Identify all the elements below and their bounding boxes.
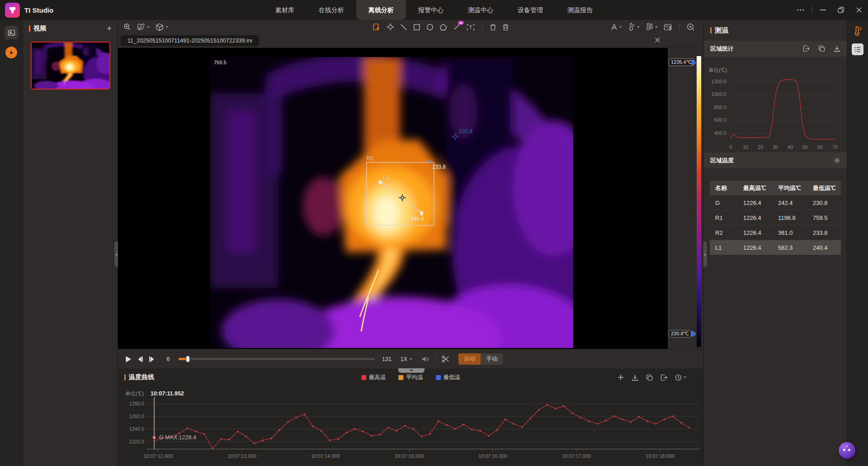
current-frame: 6 <box>165 356 171 362</box>
chevron-down-icon <box>410 358 412 360</box>
file-tab-bar: 11_20250515100711491-20250515100722339.i… <box>118 34 703 48</box>
thermal-canvas[interactable]: 759.5 230.8 R2 233.8 <box>118 48 668 349</box>
nav-tab-4[interactable]: 报警中心 <box>406 0 456 20</box>
copy-icon[interactable] <box>818 45 825 52</box>
playback-divider <box>435 356 436 362</box>
chevron-down-icon <box>655 26 658 28</box>
ai-detect-tool-icon[interactable]: AI <box>453 23 461 31</box>
analysis-toolbar: AI <box>118 20 703 34</box>
more-menu-icon[interactable] <box>792 0 810 20</box>
table-row[interactable]: R21226.4361.0233.8 <box>710 225 841 240</box>
svg-text:10:07:15.000: 10:07:15.000 <box>395 453 424 459</box>
text-annotation-tool-icon[interactable] <box>467 24 475 31</box>
media-library-icon[interactable] <box>5 26 18 39</box>
previous-frame-icon[interactable] <box>137 356 143 362</box>
polygon-tool-icon[interactable] <box>439 24 447 31</box>
colorbar-min-label[interactable]: 230.8℃ <box>669 330 691 338</box>
panel-resize-handle[interactable] <box>398 368 425 373</box>
export-icon[interactable] <box>803 45 810 52</box>
colorbar-min-flag-icon[interactable] <box>692 331 696 337</box>
cube-3d-icon[interactable] <box>156 23 168 31</box>
colorbar-gradient[interactable] <box>697 56 701 347</box>
manual-mode-button[interactable]: 手动 <box>481 353 503 365</box>
video-thumbnail[interactable] <box>31 42 110 90</box>
l1-temp-label: 240.4 <box>410 216 424 222</box>
assistant-bot-button[interactable] <box>839 442 855 459</box>
colorbar-max-flag-icon[interactable] <box>692 60 696 65</box>
add-video-button[interactable]: + <box>107 24 112 33</box>
region-list-icon[interactable] <box>852 43 863 55</box>
next-frame-icon[interactable] <box>149 356 155 362</box>
close-file-icon[interactable] <box>655 37 660 43</box>
gear-icon[interactable] <box>834 157 840 164</box>
region-stats-header: 区域统计 <box>704 41 847 57</box>
ellipse-tool-icon[interactable] <box>426 24 434 31</box>
download-icon[interactable] <box>632 374 638 381</box>
nav-tab-2[interactable]: 在线分析 <box>307 0 356 20</box>
r2-temp-label: 233.8 <box>432 164 446 170</box>
l1-handle-start[interactable] <box>379 181 382 184</box>
video-analysis-icon[interactable] <box>687 23 694 31</box>
speed-select[interactable]: 1X <box>401 356 412 362</box>
table-row[interactable]: R11226.41196.8759.5 <box>710 210 841 225</box>
thermometer-icon[interactable] <box>853 26 862 36</box>
file-tab[interactable]: 11_20250515100711491-20250515100722339.i… <box>121 35 259 46</box>
export-icon[interactable] <box>660 374 667 381</box>
colorbar-max-label[interactable]: 1226.4℃ <box>669 58 694 66</box>
accent-bar <box>710 27 712 33</box>
close-icon[interactable] <box>850 0 868 20</box>
right-panel-collapse-handle[interactable]: ▸ <box>703 242 707 267</box>
svg-text:10:07:13.000: 10:07:13.000 <box>227 453 256 459</box>
rectangle-tool-icon[interactable] <box>413 24 420 31</box>
nav-tab-7[interactable]: 测温报告 <box>555 0 605 20</box>
svg-text:1220.0: 1220.0 <box>129 439 144 444</box>
legend-item[interactable]: 最高温 <box>361 374 386 381</box>
export-report-icon[interactable] <box>664 24 672 31</box>
auto-mode-button[interactable]: 自动 <box>458 353 481 365</box>
nav-tab-6[interactable]: 设备管理 <box>505 0 555 20</box>
line-tool-icon[interactable] <box>400 24 407 31</box>
point-tool-icon[interactable] <box>387 23 394 31</box>
maximize-icon[interactable] <box>832 0 850 20</box>
region-stats-chart[interactable]: 单位(℃)1200.01000.0800.0600.0400.001020304… <box>704 57 847 152</box>
legend-item[interactable]: 最低温 <box>436 374 461 381</box>
add-curve-icon[interactable] <box>618 374 624 380</box>
point-marker[interactable] <box>452 133 459 140</box>
delete-all-icon[interactable] <box>502 24 509 31</box>
select-tool-icon[interactable] <box>373 23 381 31</box>
svg-text:20: 20 <box>758 144 763 150</box>
playback-queue-icon[interactable] <box>5 47 17 58</box>
nav-tab-1[interactable]: 素材库 <box>263 0 307 20</box>
nav-tab-3[interactable]: 离线分析 <box>356 0 406 20</box>
app-logo-icon <box>5 3 20 18</box>
temperature-range-icon[interactable] <box>646 23 658 31</box>
font-settings-icon[interactable] <box>611 24 622 30</box>
slider-handle[interactable] <box>186 356 190 362</box>
palette-icon[interactable] <box>137 23 150 31</box>
table-row[interactable]: L11226.4582.3240.4 <box>710 240 841 255</box>
temperature-unit-icon[interactable] <box>628 23 640 31</box>
minimize-icon[interactable] <box>814 0 832 20</box>
video-panel-collapse-handle[interactable]: ◂ <box>114 242 118 267</box>
table-row[interactable]: G1226.4242.4230.8 <box>710 195 841 210</box>
accent-bar <box>29 25 30 32</box>
svg-text:600.0: 600.0 <box>714 117 726 123</box>
volume-icon[interactable] <box>421 356 429 363</box>
clip-scissors-icon[interactable] <box>442 355 449 363</box>
zoom-in-icon[interactable] <box>123 23 131 31</box>
download-icon[interactable] <box>834 45 840 52</box>
legend-item[interactable]: 平均温 <box>398 374 423 381</box>
colorbar-strip: 1226.4℃ 230.8℃ <box>668 48 703 349</box>
temperature-curve-chart[interactable]: 单位(℃)1280.01260.01240.01220.010:07:12.00… <box>118 385 703 466</box>
play-icon[interactable] <box>125 356 132 363</box>
copy-icon[interactable] <box>646 374 653 381</box>
l1-handle-end[interactable] <box>420 211 423 215</box>
time-range-icon[interactable] <box>675 374 686 381</box>
delete-icon[interactable] <box>490 24 496 31</box>
svg-text:60: 60 <box>817 144 823 150</box>
timeline-slider[interactable] <box>179 358 375 360</box>
chevron-down-icon <box>147 26 150 28</box>
app-title: TI Studio <box>24 6 53 14</box>
nav-tab-5[interactable]: 测温中心 <box>456 0 505 20</box>
thermal-image[interactable]: 759.5 230.8 R2 233.8 <box>210 57 573 348</box>
